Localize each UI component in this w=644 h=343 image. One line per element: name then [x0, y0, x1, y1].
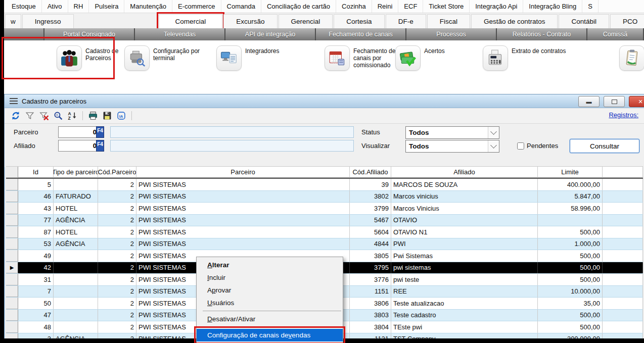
menu-item-rh[interactable]: RH: [68, 0, 89, 13]
window-title-bar[interactable]: Cadastro de parceiros ▬ ✕: [5, 94, 644, 108]
tab-comercial[interactable]: Comercial: [159, 14, 223, 28]
context-menu-item-incluir[interactable]: Incluir: [197, 271, 343, 284]
pendentes-checkbox[interactable]: [517, 142, 524, 150]
visualizar-label: Visualizar: [361, 142, 390, 150]
section-processos[interactable]: Processos: [406, 28, 497, 40]
menu-item-ativo[interactable]: Ativo: [42, 0, 68, 13]
close-button[interactable]: ✕: [629, 96, 644, 107]
section-relatorios-contrato[interactable]: Relatórios - Contrato: [497, 28, 587, 40]
toolbar-find-icon[interactable]: n: [53, 111, 64, 121]
visualizar-dropdown[interactable]: Todos: [405, 140, 499, 153]
registros-link[interactable]: Registros:: [609, 111, 638, 119]
menu-item-ecf[interactable]: ECF: [398, 0, 423, 13]
ribbon-item-acertos[interactable]: Acertos: [395, 45, 484, 71]
menu-item-manutencao[interactable]: Manutenção: [124, 0, 172, 13]
toolbar-filter-icon[interactable]: [24, 111, 35, 121]
app-screen: EstoqueAtivoRHPulseiraManutençãoE-commer…: [0, 0, 644, 343]
minimize-button[interactable]: ▬: [578, 96, 600, 107]
table-row[interactable]: 52PWI SISTEMAS39MARCOS DE SOUZA400.000,0…: [6, 179, 643, 191]
tab-pco[interactable]: PCO: [610, 14, 644, 28]
ribbon-item-extrato-de-contratos[interactable]: Extrato de contratos: [483, 45, 571, 71]
consultar-button[interactable]: Consultar: [570, 139, 639, 153]
menu-item-cozinha[interactable]: Cozinha: [336, 0, 372, 13]
tab-gerencial[interactable]: Gerencial: [279, 14, 333, 28]
ribbon-item-integradores[interactable]: Integradores: [216, 45, 305, 71]
chevron-down-icon[interactable]: [488, 127, 499, 138]
cell-extra: [603, 286, 643, 298]
menu-item-pulseira[interactable]: Pulseira: [89, 0, 124, 13]
cell-cod_afiliado: 3806: [350, 298, 391, 309]
tab-contabil[interactable]: Contábil: [559, 14, 609, 28]
column-header-cod-afiliado[interactable]: Cód.Afiliado: [350, 167, 391, 178]
tab-gestao-de-contratos[interactable]: Gestão de contratos: [471, 14, 558, 28]
parceiro-input[interactable]: [58, 126, 99, 138]
module-tabs-row: wIngressoComercialExcursãoGerencialCorte…: [0, 13, 644, 28]
menu-item-estoque[interactable]: Estoque: [6, 0, 42, 13]
column-header-parceiro[interactable]: Parceiro: [136, 167, 350, 178]
table-row[interactable]: 46FATURADO2PWI SISTEMAS3802Marcos vinici…: [6, 191, 643, 203]
column-header-limite[interactable]: Limite: [538, 167, 603, 178]
cell-parceiro: PWI SISTEMAS: [136, 238, 350, 250]
cell-limite: 35,00: [538, 298, 603, 309]
table-row[interactable]: 43HOTEL2PWI SISTEMAS3799Marcos Vinicius5…: [6, 203, 643, 215]
money-check-icon: [395, 45, 421, 71]
context-menu-item-alterar[interactable]: Alterar: [197, 259, 343, 271]
toolbar-clear-filter-icon[interactable]: [38, 111, 50, 121]
tab-w[interactable]: w: [5, 14, 21, 28]
menu-item-s[interactable]: S: [582, 0, 599, 13]
parceiro-f4-lookup-button[interactable]: F4: [96, 126, 104, 138]
cell-parceiro: PWI SISTEMAS: [136, 191, 350, 203]
section-api-de-integracao[interactable]: API de integração: [225, 28, 316, 40]
menu-item-integracao-bling[interactable]: Integração Bling: [523, 0, 582, 13]
status-dropdown[interactable]: Todos: [405, 126, 499, 139]
tab-df-e[interactable]: DF-e: [386, 14, 426, 28]
context-menu-item-desativar-ativar[interactable]: Desativar/Ativar: [197, 313, 343, 325]
menu-item-reini[interactable]: Reini: [372, 0, 399, 13]
tab-excursao[interactable]: Excursão: [223, 14, 277, 28]
section-comissa[interactable]: Comissã: [587, 28, 644, 40]
cell-limite: 500,00: [538, 262, 603, 274]
chevron-down-icon[interactable]: [488, 140, 499, 152]
visualizar-value: Todos: [406, 142, 488, 150]
table-row[interactable]: 87HOTEL2PWI SISTEMAS5604OTAVIO N1500,00: [6, 226, 643, 238]
section-fechamento-de-canais[interactable]: Fechamento de canais: [316, 28, 406, 40]
cell-extra: [603, 238, 643, 250]
cell-afiliado: pwi teste: [391, 274, 538, 285]
cell-cod_afiliado: 5467: [350, 215, 391, 226]
ribbon-item-configuracao-por-terminal[interactable]: Configuração por terminal: [124, 45, 213, 71]
tab-fiscal[interactable]: Fiscal: [427, 14, 470, 28]
context-menu-item-aprovar[interactable]: Aprovar: [197, 284, 343, 297]
toolbar-refresh-icon[interactable]: [10, 111, 21, 121]
menu-item-conciliacao-de-cartao[interactable]: Conciliação de cartão: [261, 0, 336, 13]
ribbon-item-a-c-c[interactable]: A c c: [619, 45, 644, 71]
tab-ingresso[interactable]: Ingresso: [22, 14, 74, 28]
table-row[interactable]: 77AGÊNCIA2PWI SISTEMAS5467OTAVIO: [6, 215, 643, 227]
toolbar-sort-az-icon[interactable]: AZ: [67, 111, 78, 121]
column-header-cod-parceiro[interactable]: Cód.Parceiro: [98, 167, 136, 178]
toolbar-print-icon[interactable]: [87, 111, 99, 121]
menu-item-comanda[interactable]: Comanda: [221, 0, 261, 13]
cell-id: 53: [18, 238, 54, 250]
toolbar-save-icon[interactable]: [102, 111, 113, 121]
section-portal-consignado[interactable]: Portal Consignado: [44, 28, 135, 40]
menu-item-ticket-store[interactable]: Ticket Store: [423, 0, 470, 13]
context-menu-item-configuracao-de-canais-de-vendas[interactable]: Configuração de canais de vendas: [197, 329, 343, 341]
row-marker-cell: [6, 191, 18, 203]
column-header-id[interactable]: Id: [18, 167, 54, 178]
afiliado-f4-lookup-button[interactable]: F4: [96, 140, 104, 152]
window-menu-icon[interactable]: [10, 96, 18, 106]
ribbon-item-label: Configuração por terminal: [153, 47, 213, 62]
menu-item-integracao-api[interactable]: Integração Api: [470, 0, 523, 13]
menu-item-e-commerce[interactable]: E-commerce: [172, 0, 221, 13]
maximize-button[interactable]: [604, 96, 625, 107]
cell-tipo: AGÊNCIA: [54, 215, 98, 226]
afiliado-input[interactable]: [58, 140, 99, 152]
column-header-afiliado[interactable]: Afiliado: [391, 167, 538, 178]
context-menu-item-usuarios[interactable]: Usuários: [197, 297, 343, 309]
section-televendas[interactable]: Televendas: [135, 28, 225, 40]
table-row[interactable]: 53AGÊNCIA2PWI SISTEMAS4844PWI1.000,00: [6, 238, 643, 251]
row-marker-cell: [6, 321, 18, 333]
column-header-tipo-de-parceiro[interactable]: Tipo de parceiro: [54, 167, 98, 178]
tab-cortesia[interactable]: Cortesia: [334, 14, 384, 28]
toolbar-ia-icon[interactable]: IA: [116, 111, 127, 121]
